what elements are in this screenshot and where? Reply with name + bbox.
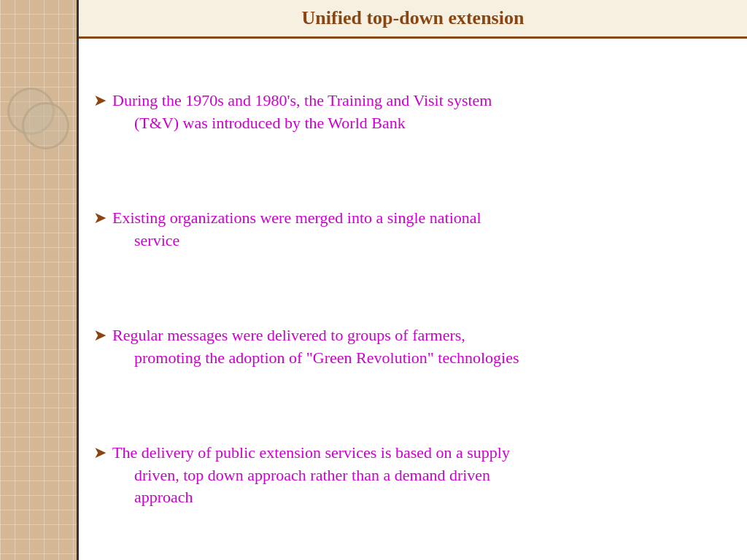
circles-decoration xyxy=(7,88,73,153)
bullet-text-3-indent: promoting the adoption of "Green Revolut… xyxy=(112,347,519,370)
bullet-text-2-indent: service xyxy=(112,230,481,252)
bullet-text-3: Regular messages were delivered to group… xyxy=(112,324,519,370)
bullet-arrow-2: ➤ xyxy=(93,209,107,228)
slide-title: Unified top-down extension xyxy=(93,7,732,29)
bullet-text-1: During the 1970s and 1980's, the Trainin… xyxy=(112,90,492,135)
bullet-arrow-3: ➤ xyxy=(93,326,107,345)
bullet-item-1: ➤ During the 1970s and 1980's, the Train… xyxy=(93,90,725,135)
left-sidebar xyxy=(0,0,77,560)
bullet-item-2: ➤ Existing organizations were merged int… xyxy=(93,207,725,252)
bullet-item-3: ➤ Regular messages were delivered to gro… xyxy=(93,324,725,370)
bullet-text-4: The delivery of public extension service… xyxy=(112,442,510,509)
bullet-text-1-indent: (T&V) was introduced by the World Bank xyxy=(112,112,492,135)
bullet-arrow-1: ➤ xyxy=(93,91,107,110)
bullet-arrow-4: ➤ xyxy=(93,443,107,462)
bullet-text-2: Existing organizations were merged into … xyxy=(112,207,481,252)
bullet-item-4: ➤ The delivery of public extension servi… xyxy=(93,442,725,509)
sidebar-pattern xyxy=(0,0,77,560)
main-content: Unified top-down extension ➤ During the … xyxy=(77,0,747,560)
slide-header: Unified top-down extension xyxy=(79,0,747,39)
bullet-text-4-line2: driven, top down approach rather than a … xyxy=(112,464,510,487)
slide-body: ➤ During the 1970s and 1980's, the Train… xyxy=(79,39,747,560)
circle2 xyxy=(22,102,69,149)
bullet-text-4-line3: approach xyxy=(112,486,510,509)
